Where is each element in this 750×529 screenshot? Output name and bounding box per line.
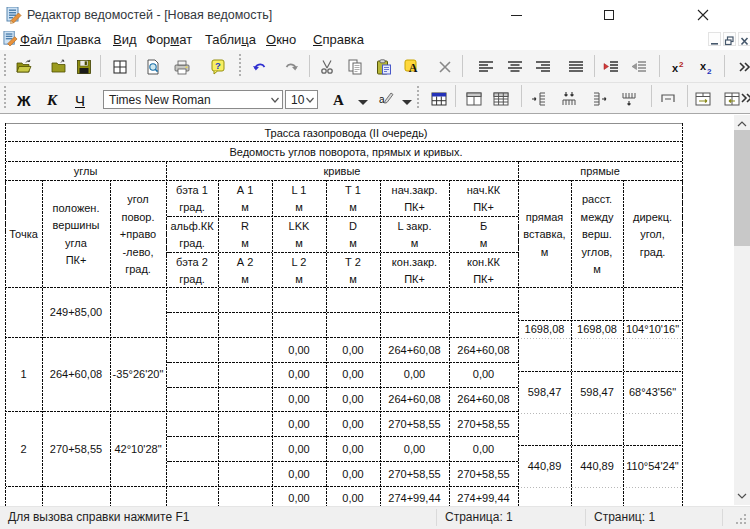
svg-text:A: A: [409, 61, 418, 75]
svg-text:a: a: [379, 94, 385, 105]
svg-text:x: x: [672, 62, 679, 74]
svg-text:2: 2: [679, 60, 684, 69]
svg-text:x: x: [700, 60, 707, 72]
svg-text:2: 2: [707, 67, 712, 75]
svg-text:?: ?: [215, 60, 221, 71]
